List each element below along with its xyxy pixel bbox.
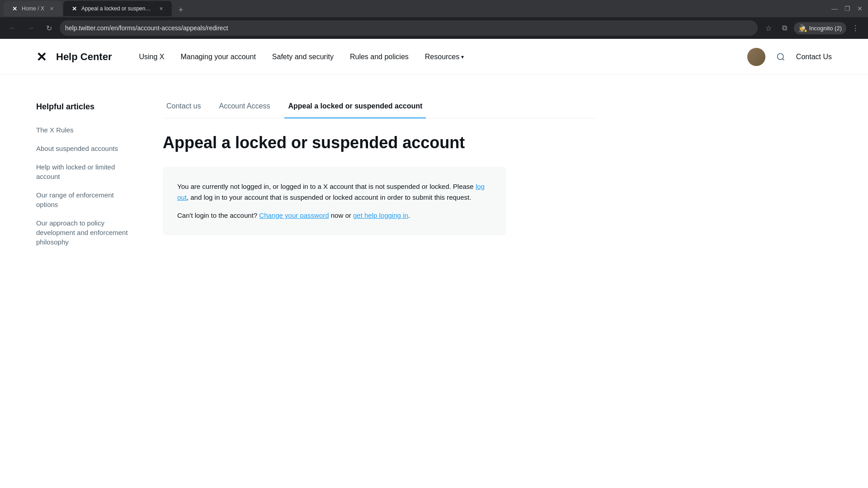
user-avatar[interactable]	[747, 48, 765, 66]
address-bar[interactable]: help.twitter.com/en/forms/account-access…	[60, 20, 758, 36]
forward-button[interactable]: →	[24, 21, 38, 35]
nav-rules-policies[interactable]: Rules and policies	[350, 53, 409, 61]
tab-2-title: Appeal a locked or suspended	[81, 5, 154, 12]
browser-titlebar: ✕ Home / X ✕ ✕ Appeal a locked or suspen…	[0, 0, 868, 17]
article-area: Contact us Account Access Appeal a locke…	[163, 102, 597, 251]
x-logo: ✕	[36, 50, 51, 64]
sidebar-item-suspended-accounts[interactable]: About suspended accounts	[36, 139, 136, 158]
minimize-button[interactable]: —	[830, 4, 839, 13]
back-button[interactable]: ←	[5, 21, 20, 35]
chevron-down-icon: ▾	[461, 54, 464, 60]
extensions-icon[interactable]: ⧉	[778, 21, 792, 35]
refresh-button[interactable]: ↻	[42, 21, 56, 35]
sidebar-item-locked-limited[interactable]: Help with locked or limited account	[36, 158, 136, 186]
info-text-1b: , and log in to your account that is sus…	[187, 193, 472, 201]
close-button[interactable]: ✕	[855, 4, 864, 13]
main-content: Helpful articles The X Rules About suspe…	[0, 75, 633, 278]
info-text-1a: You are currently not logged in, or logg…	[177, 183, 476, 190]
nav-safety-security[interactable]: Safety and security	[272, 53, 334, 61]
sidebar-item-x-rules[interactable]: The X Rules	[36, 121, 136, 139]
main-nav: Using X Managing your account Safety and…	[139, 53, 747, 61]
tab-1-title: Home / X	[22, 5, 44, 12]
breadcrumb-tabs: Contact us Account Access Appeal a locke…	[163, 102, 597, 118]
browser-menu-icon[interactable]: ⋮	[848, 21, 863, 35]
browser-window: ✕ Home / X ✕ ✕ Appeal a locked or suspen…	[0, 0, 868, 488]
toolbar-right: ☆ ⧉ 🕵 Incognito (2) ⋮	[761, 21, 863, 35]
sidebar-title: Helpful articles	[36, 102, 136, 112]
article-title: Appeal a locked or suspended account	[163, 133, 597, 152]
browser-tab-2[interactable]: ✕ Appeal a locked or suspended ✕	[63, 1, 172, 16]
nav-managing-account[interactable]: Managing your account	[181, 53, 256, 61]
svg-line-1	[783, 58, 784, 60]
tab-1-favicon: ✕	[11, 5, 18, 12]
change-password-link[interactable]: Change your password	[259, 211, 329, 219]
nav-resources[interactable]: Resources ▾	[425, 53, 464, 61]
info-text-2a: Can't login to the account?	[177, 211, 259, 219]
browser-tabs: ✕ Home / X ✕ ✕ Appeal a locked or suspen…	[4, 1, 823, 16]
new-tab-button[interactable]: +	[175, 4, 187, 16]
logo-area[interactable]: ✕ Help Center	[36, 50, 112, 64]
nav-using-x[interactable]: Using X	[139, 53, 164, 61]
incognito-icon: 🕵	[798, 24, 807, 33]
info-text-2b: now or	[329, 211, 353, 219]
header-actions: Contact Us	[747, 48, 832, 66]
tab-1-close[interactable]: ✕	[48, 5, 55, 12]
tab-2-close[interactable]: ✕	[157, 5, 165, 12]
browser-tab-1[interactable]: ✕ Home / X ✕	[4, 1, 62, 16]
tab-2-favicon: ✕	[71, 5, 78, 12]
contact-us-button[interactable]: Contact Us	[796, 53, 832, 61]
get-help-login-link[interactable]: get help logging in	[353, 211, 408, 219]
site-title: Help Center	[56, 51, 112, 63]
page-content: ✕ Help Center Using X Managing your acco…	[0, 39, 868, 488]
address-text: help.twitter.com/en/forms/account-access…	[65, 24, 752, 32]
info-paragraph-2: Can't login to the account? Change your …	[177, 210, 492, 221]
restore-button[interactable]: ❐	[843, 4, 852, 13]
tab-appeal[interactable]: Appeal a locked or suspended account	[284, 102, 426, 118]
incognito-label: Incognito (2)	[809, 25, 842, 32]
sidebar: Helpful articles The X Rules About suspe…	[36, 102, 136, 251]
tab-contact-us[interactable]: Contact us	[163, 102, 204, 118]
browser-toolbar: ← → ↻ help.twitter.com/en/forms/account-…	[0, 17, 868, 39]
avatar-image	[747, 48, 765, 66]
window-controls: — ❐ ✕	[830, 4, 864, 13]
tab-account-access[interactable]: Account Access	[215, 102, 274, 118]
info-box: You are currently not logged in, or logg…	[163, 167, 506, 235]
sidebar-item-policy-philosophy[interactable]: Our approach to policy development and e…	[36, 214, 136, 251]
site-header: ✕ Help Center Using X Managing your acco…	[0, 39, 868, 75]
search-icon	[776, 52, 785, 61]
nav-resources-label: Resources	[425, 53, 459, 61]
bookmark-star-icon[interactable]: ☆	[761, 21, 776, 35]
info-text-2c: .	[408, 211, 410, 219]
sidebar-item-enforcement-options[interactable]: Our range of enforcement options	[36, 186, 136, 214]
search-button[interactable]	[773, 49, 789, 65]
incognito-badge[interactable]: 🕵 Incognito (2)	[794, 22, 846, 34]
svg-point-0	[777, 53, 783, 59]
info-paragraph-1: You are currently not logged in, or logg…	[177, 181, 492, 203]
